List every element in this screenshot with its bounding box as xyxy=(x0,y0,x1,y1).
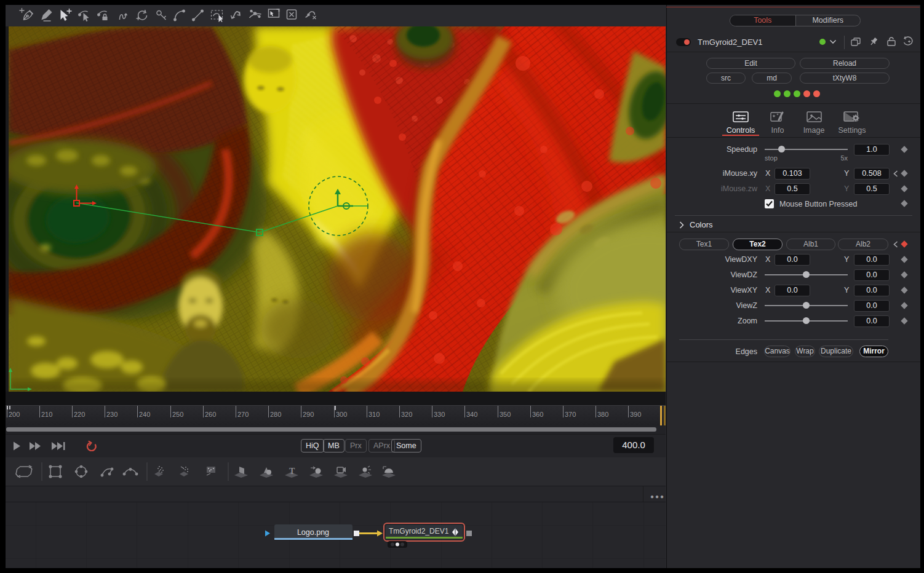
svg-text:240: 240 xyxy=(139,411,150,418)
svg-text:230: 230 xyxy=(106,411,117,418)
svg-text:370: 370 xyxy=(565,411,576,418)
svg-text:350: 350 xyxy=(500,411,511,418)
svg-text:320: 320 xyxy=(401,411,412,418)
svg-text:330: 330 xyxy=(434,411,445,418)
svg-text:390: 390 xyxy=(630,411,641,418)
svg-text:340: 340 xyxy=(466,411,477,418)
svg-text:300: 300 xyxy=(336,411,347,418)
svg-text:250: 250 xyxy=(172,411,183,418)
svg-text:310: 310 xyxy=(368,411,380,418)
svg-text:260: 260 xyxy=(205,411,216,418)
svg-text:270: 270 xyxy=(237,411,249,418)
svg-text:200: 200 xyxy=(9,411,20,418)
svg-text:360: 360 xyxy=(532,411,543,418)
svg-text:T: T xyxy=(289,467,295,476)
svg-text:210: 210 xyxy=(41,411,52,418)
svg-text:220: 220 xyxy=(74,411,85,418)
svg-text:380: 380 xyxy=(597,411,608,418)
svg-text:Logo.png: Logo.png xyxy=(297,528,329,537)
svg-text:280: 280 xyxy=(270,411,281,418)
svg-text:290: 290 xyxy=(303,411,314,418)
svg-text:TmGyroid2_DEV1: TmGyroid2_DEV1 xyxy=(389,527,449,535)
